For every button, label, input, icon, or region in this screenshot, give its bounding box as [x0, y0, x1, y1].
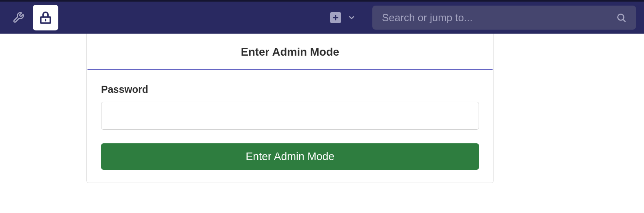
admin-mode-card: Enter Admin Mode Password Enter Admin Mo…: [86, 34, 494, 183]
svg-line-5: [623, 20, 625, 22]
search-icon: [616, 12, 626, 23]
lock-icon: [38, 10, 53, 25]
create-new-button[interactable]: [330, 12, 341, 23]
create-dropdown-toggle[interactable]: [346, 12, 357, 23]
password-input[interactable]: [101, 102, 479, 130]
enter-admin-mode-button[interactable]: Enter Admin Mode: [101, 143, 479, 170]
chevron-down-icon: [348, 14, 356, 22]
card-title: Enter Admin Mode: [87, 34, 493, 69]
lock-button[interactable]: [33, 5, 58, 30]
password-label: Password: [101, 84, 479, 95]
wrench-button[interactable]: [10, 9, 27, 26]
search-box[interactable]: [372, 6, 636, 30]
admin-mode-form: Password Enter Admin Mode: [87, 70, 493, 170]
search-input[interactable]: [382, 12, 616, 24]
top-navigation-bar: [0, 0, 644, 34]
plus-icon: [332, 14, 339, 21]
topbar-left-group: [10, 5, 58, 30]
topbar-right-group: [330, 6, 636, 30]
wrench-icon: [12, 12, 24, 24]
